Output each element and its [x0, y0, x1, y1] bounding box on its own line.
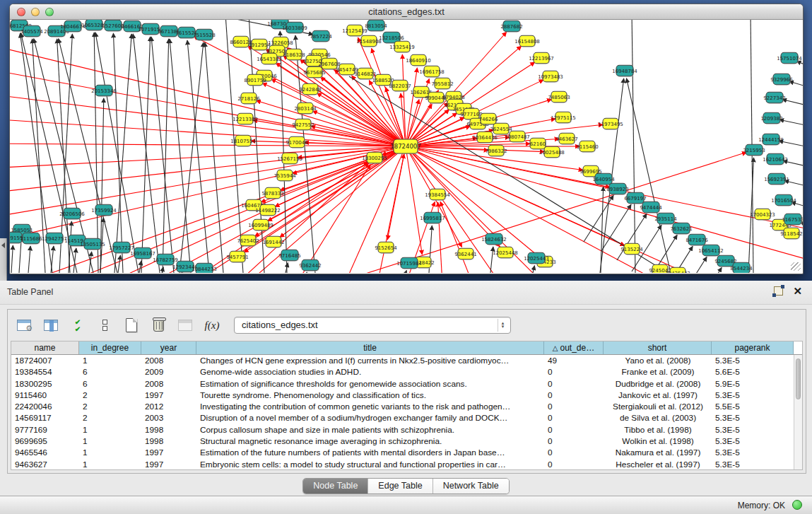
- column-header-name[interactable]: name: [11, 341, 79, 354]
- memory-ok-icon[interactable]: [792, 500, 802, 510]
- graph-node[interactable]: 8901759: [244, 74, 266, 86]
- graph-node[interactable]: 9716485: [278, 250, 300, 262]
- graph-node[interactable]: 2935114: [654, 213, 677, 225]
- select-columns-button[interactable]: ✔ ✔: [69, 316, 87, 334]
- graph-node[interactable]: 7857224: [310, 30, 332, 42]
- graph-node[interactable]: 10654112: [698, 245, 724, 257]
- float-panel-icon[interactable]: [774, 286, 783, 296]
- graph-node[interactable]: 11548908: [356, 35, 382, 47]
- graph-node[interactable]: 2887682: [500, 21, 522, 33]
- graph-node[interactable]: 17004323: [750, 209, 775, 221]
- west-panel-collapse-strip[interactable]: [0, 238, 7, 281]
- graph-node[interactable]: 9115460: [576, 141, 598, 153]
- table-row[interactable]: 969969511998Structural magnetic resonanc…: [11, 436, 794, 447]
- scrollbar-thumb[interactable]: [796, 358, 801, 399]
- column-header-in_degree[interactable]: in_degree: [79, 341, 141, 354]
- graph-node[interactable]: 20206506: [59, 208, 85, 220]
- table-row[interactable]: 946554611997Estimation of the future num…: [11, 447, 794, 458]
- graph-node[interactable]: 7535944: [273, 170, 296, 182]
- graph-node[interactable]: 17359924: [91, 204, 117, 216]
- graph-node[interactable]: 18640910: [406, 54, 431, 66]
- network-view-window[interactable]: citations_edges.txt 16812569140557420891…: [9, 4, 804, 274]
- graph-node[interactable]: 3624554: [490, 123, 512, 135]
- graph-node[interactable]: 1115686: [20, 233, 42, 245]
- table-row[interactable]: 1938455462009Genome-wide association stu…: [11, 366, 794, 378]
- show-column-button[interactable]: [42, 316, 60, 334]
- table-mode-button[interactable]: ⚙: [15, 316, 33, 334]
- function-builder-button[interactable]: f(x): [203, 316, 221, 334]
- graph-node[interactable]: 12025443: [524, 252, 549, 264]
- graph-node[interactable]: 9427552: [292, 119, 314, 131]
- graph-node[interactable]: 9242848: [299, 83, 321, 95]
- graph-node[interactable]: 7625402: [237, 235, 259, 247]
- network-canvas[interactable]: 1681256914055742089140618046674106532871…: [10, 20, 803, 273]
- graph-node[interactable]: 7485063: [548, 91, 570, 103]
- graph-node[interactable]: 9227342: [763, 92, 785, 104]
- graph-node[interactable]: 16210643: [763, 153, 788, 165]
- graph-node[interactable]: 9152654: [375, 242, 397, 254]
- graph-node[interactable]: 19384554: [425, 189, 450, 201]
- tab-network-table[interactable]: Network Table: [433, 479, 509, 493]
- graph-node[interactable]: 7955812: [431, 78, 453, 90]
- graph-node[interactable]: 8813054: [365, 20, 387, 32]
- table-row[interactable]: 911546021997Tourette syndrome. Phenomeno…: [11, 390, 794, 401]
- graph-node[interactable]: 8471676: [686, 234, 708, 246]
- citation-network-graph[interactable]: 1681256914055742089140618046674106532871…: [10, 20, 803, 273]
- graph-node[interactable]: 12125439: [342, 25, 367, 37]
- graph-node[interactable]: 12975115: [551, 112, 576, 124]
- graph-node[interactable]: 12942757: [42, 233, 67, 245]
- table-row[interactable]: 1872400712008Changes of HCN gene express…: [11, 355, 794, 366]
- graph-node[interactable]: 16961758: [419, 66, 445, 78]
- column-header-short[interactable]: short: [604, 341, 712, 354]
- graph-node[interactable]: 1405574: [20, 25, 43, 37]
- delete-column-button[interactable]: [149, 316, 167, 334]
- close-panel-icon[interactable]: ✕: [793, 286, 802, 296]
- graph-node[interactable]: 2803144: [294, 103, 317, 115]
- graph-node[interactable]: 12213967: [529, 52, 554, 64]
- graph-node[interactable]: 9457791: [226, 251, 248, 263]
- window-resize-grip[interactable]: [791, 262, 801, 271]
- graph-node[interactable]: 9362441: [454, 248, 476, 260]
- graph-node[interactable]: 3215953: [743, 144, 765, 156]
- table-row[interactable]: 1456911722003Disruption of a novel membe…: [11, 412, 794, 424]
- graph-node[interactable]: 18724007: [390, 139, 420, 154]
- graph-node[interactable]: 8186328: [283, 49, 305, 61]
- row-height-button[interactable]: [95, 316, 114, 334]
- graph-node[interactable]: 5878333: [261, 187, 283, 199]
- graph-node[interactable]: 8544234: [730, 262, 753, 273]
- graph-node[interactable]: 9675685: [303, 66, 325, 78]
- graph-node[interactable]: 8938923: [606, 183, 628, 195]
- graph-node[interactable]: 12025448: [493, 247, 518, 259]
- column-header-out_de[interactable]: △out_de…: [544, 341, 604, 354]
- column-header-year[interactable]: year: [141, 341, 196, 354]
- graph-node[interactable]: 9463627: [555, 133, 577, 145]
- graph-node[interactable]: 7632621: [670, 223, 692, 235]
- graph-node[interactable]: 1167533: [782, 214, 803, 226]
- graph-node[interactable]: 16099489: [248, 219, 273, 231]
- graph-node[interactable]: 16154808: [514, 35, 540, 47]
- network-window-titlebar[interactable]: citations_edges.txt: [10, 4, 803, 20]
- graph-node[interactable]: 16995817: [420, 212, 445, 224]
- graph-node[interactable]: 16948784: [612, 65, 637, 77]
- graph-node[interactable]: 8822037: [389, 80, 411, 92]
- table-row[interactable]: 2242004622012Investigating the contribut…: [11, 401, 794, 412]
- graph-node[interactable]: 7515528: [193, 29, 215, 41]
- graph-node[interactable]: 2718126: [237, 93, 260, 105]
- graph-node[interactable]: 62160: [530, 138, 546, 150]
- graph-node[interactable]: 9118542: [780, 228, 802, 240]
- graph-node[interactable]: 1209382: [760, 112, 782, 124]
- tab-node-table[interactable]: Node Table: [303, 479, 368, 493]
- graph-node[interactable]: 9170046: [286, 136, 308, 148]
- new-column-button[interactable]: [122, 316, 141, 334]
- graph-node[interactable]: 15692391: [764, 173, 789, 185]
- graph-node[interactable]: 15267150: [277, 153, 302, 165]
- tab-edge-table[interactable]: Edge Table: [368, 479, 433, 493]
- vertical-scrollbar[interactable]: [794, 355, 802, 469]
- graph-node[interactable]: 9362442: [299, 259, 321, 271]
- graph-node[interactable]: 11973495: [598, 118, 623, 130]
- graph-node[interactable]: 9474444: [640, 201, 662, 214]
- column-header-title[interactable]: title: [196, 341, 544, 354]
- table-select-dropdown[interactable]: citations_edges.txt ▲▼: [234, 317, 511, 334]
- graph-node[interactable]: 17016504: [771, 194, 796, 206]
- graph-node[interactable]: 9329966: [770, 74, 793, 86]
